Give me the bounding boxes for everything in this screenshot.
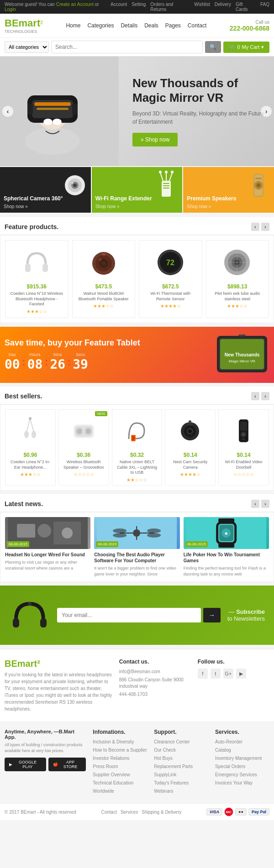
facebook-icon[interactable]: f <box>198 669 208 679</box>
footer-services-link[interactable]: Services <box>121 810 138 815</box>
bestseller-name-3: Native Union BELT Cable 3XL – Lightning … <box>115 460 159 476</box>
support-link-5[interactable]: SupplyLink <box>154 772 208 778</box>
to-newsletters-label: to Newsletters <box>227 615 265 622</box>
svg-point-83 <box>37 524 51 538</box>
google-play-button[interactable]: ▶ GOOGLE PLAY <box>5 758 46 771</box>
footer-infomations: Infomations. Inclusion & Diversity How t… <box>93 729 147 796</box>
support-link-6[interactable]: Today's Features <box>154 780 208 786</box>
create-account-link[interactable]: Create an Account <box>56 2 94 7</box>
wishlist-link[interactable]: Wishlist <box>194 2 210 12</box>
hero-shop-button[interactable]: » Shop now <box>132 133 178 146</box>
delivery-link[interactable]: Delivery <box>215 2 231 12</box>
nav-categories[interactable]: Categories <box>87 22 114 29</box>
footer-description: If you're looking for the latest in wire… <box>5 671 112 712</box>
svg-rect-30 <box>255 178 262 179</box>
bestseller-stars-3: ★★☆☆☆ <box>115 477 159 482</box>
product-stars-1: ★★★☆☆ <box>9 309 64 314</box>
news-next[interactable]: › <box>261 500 269 508</box>
category-select[interactable]: All categories <box>5 41 49 53</box>
search-button[interactable]: 🔍 <box>205 41 221 53</box>
services-link-1[interactable]: Auto-Reorder <box>215 739 269 745</box>
svg-point-13 <box>73 183 77 187</box>
bestsellers-prev[interactable]: ‹ <box>251 392 259 400</box>
cart-count: 0 <box>237 44 240 50</box>
support-link-3[interactable]: Hot Buys <box>154 755 208 762</box>
product-card-3[interactable]: 72 $672.5 Wi-Fi Thermostat with Remote S… <box>139 240 202 318</box>
news-image-3: ♣ 06-06-2015 <box>184 517 269 549</box>
footer-shipping-link[interactable]: Shipping & Delivery <box>142 810 181 815</box>
top-bar: Welcome guest! You can Create an Account… <box>0 0 274 14</box>
bestseller-card-5[interactable]: $0.14 Wi-Fi Enabled Video Doorbell ☆☆☆☆☆ <box>218 409 269 486</box>
youtube-icon[interactable]: ▶ <box>236 669 246 679</box>
banner-wifi-link[interactable]: Shop now » <box>95 204 152 209</box>
svg-rect-54 <box>238 335 246 336</box>
app-buttons: ▶ GOOGLE PLAY 🍎 APP STORE <box>5 758 86 771</box>
product-card-1[interactable]: $915.36 Coeden Linea N°10 Wireless Bluet… <box>5 240 68 318</box>
services-link-2[interactable]: Catalog <box>215 747 269 753</box>
services-link-3[interactable]: Inventory Management <box>215 755 269 762</box>
newsletter-submit-button[interactable]: → <box>203 608 221 622</box>
banner-camera-link[interactable]: Shop now » <box>4 204 63 209</box>
bestseller-card-4[interactable]: $0.14 Nest Cam Security Camera ★★★★☆ <box>165 409 216 486</box>
news-prev[interactable]: ‹ <box>251 500 259 508</box>
news-card-2[interactable]: 06-06-2015 Choosing The Best Audio Playe… <box>94 517 179 577</box>
support-link-7[interactable]: Webinars <box>154 788 208 795</box>
footer-contact-link[interactable]: Contact <box>101 810 116 815</box>
banner-speakers-link[interactable]: Shop now » <box>187 204 236 209</box>
product-card-2[interactable]: $473.5 Walnut Wood bluBOM Bluetooth Port… <box>72 240 136 318</box>
news-date-2: 06-06-2015 <box>96 541 118 547</box>
product-card-4[interactable]: $898.13 Plet heim eek tube audio stainle… <box>206 240 269 318</box>
nav-deals[interactable]: Deals <box>144 22 158 29</box>
support-link-2[interactable]: Our Check <box>154 747 208 753</box>
info-link-5[interactable]: Supplier Overview <box>93 772 147 778</box>
search-input[interactable] <box>51 41 203 53</box>
support-link-4[interactable]: Replacement Parts <box>154 763 208 770</box>
bestseller-card-1[interactable]: $0.96 Coeden Linea N°2 In-Ear Headphone.… <box>5 409 56 486</box>
app-store-button[interactable]: 🍎 APP STORE <box>48 758 86 771</box>
featured-nav: ‹ › <box>251 223 269 231</box>
account-link[interactable]: Account <box>111 2 127 12</box>
news-card-3[interactable]: ♣ 06-06-2015 Life Poker How To Win Tourn… <box>184 517 269 577</box>
info-link-2[interactable]: How to Become a Supplier <box>93 747 147 753</box>
featured-prev[interactable]: ‹ <box>251 223 259 231</box>
faq-link[interactable]: FAQ <box>260 2 269 12</box>
info-link-1[interactable]: Inclusion & Diversity <box>93 739 147 745</box>
services-link-6[interactable]: Invoices Your Way <box>215 780 269 786</box>
settings-link[interactable]: Setting <box>132 2 146 12</box>
nav-details[interactable]: Details <box>121 22 137 29</box>
featured-next[interactable]: › <box>261 223 269 231</box>
services-link-5[interactable]: Emergency Services <box>215 772 269 778</box>
product-stars-2: ★★★☆☆ <box>76 303 132 309</box>
newsletter-email-input[interactable] <box>57 608 201 622</box>
header: BEmart2 TECHNOLOGIES Home Categories Det… <box>0 14 274 38</box>
services-link-4[interactable]: Special Orders <box>215 763 269 770</box>
bestseller-card-3[interactable]: $0.32 Native Union BELT Cable 3XL – Ligh… <box>112 409 163 486</box>
banner-camera[interactable]: Spherical Camera 360° Shop now » <box>0 167 91 213</box>
news-card-1[interactable]: 06-06-2015 Headset No Longer Wired For S… <box>5 517 90 577</box>
info-link-7[interactable]: Worldwide <box>93 788 147 795</box>
product-image-3: 72 <box>143 244 198 281</box>
info-link-4[interactable]: Press Room <box>93 763 147 770</box>
hero-next-button[interactable]: › <box>261 106 272 117</box>
bestsellers-next[interactable]: › <box>261 392 269 400</box>
support-link-1[interactable]: Clearance Center <box>154 739 208 745</box>
svg-point-24 <box>165 171 168 173</box>
googleplus-icon[interactable]: G+ <box>223 669 233 679</box>
nav-home[interactable]: Home <box>66 22 80 29</box>
footer-logo: BEmart² <box>5 659 112 669</box>
bestseller-name-2: Wireless Bluetooth Speaker – GrooveBox <box>62 460 106 470</box>
bestseller-card-2[interactable]: NEW $0.36 Wireless Bluetooth Speaker – G… <box>58 409 109 486</box>
info-link-3[interactable]: Investor Relations <box>93 755 147 762</box>
news-article-title-1: Headset No Longer Wired For Sound <box>5 552 90 558</box>
login-link[interactable]: Login <box>5 7 16 12</box>
banner-speakers[interactable]: Premium Speakers Shop now » <box>183 167 274 213</box>
orders-link[interactable]: Orders and Returns <box>150 2 190 12</box>
info-link-6[interactable]: Technical Education <box>93 780 147 786</box>
banner-wifi[interactable]: Wi-Fi Range Extender Shop now » <box>92 167 183 213</box>
nav-contact[interactable]: Contact <box>188 22 206 29</box>
footer-services: Services. Auto-Reorder Catalog Inventory… <box>215 729 269 788</box>
nav-pages[interactable]: Pages <box>165 22 181 29</box>
gift-cards-link[interactable]: Gift Cards <box>236 2 256 12</box>
cart-button[interactable]: 🛒 0 My Cart ▾ <box>223 42 269 53</box>
twitter-icon[interactable]: t <box>211 669 221 679</box>
